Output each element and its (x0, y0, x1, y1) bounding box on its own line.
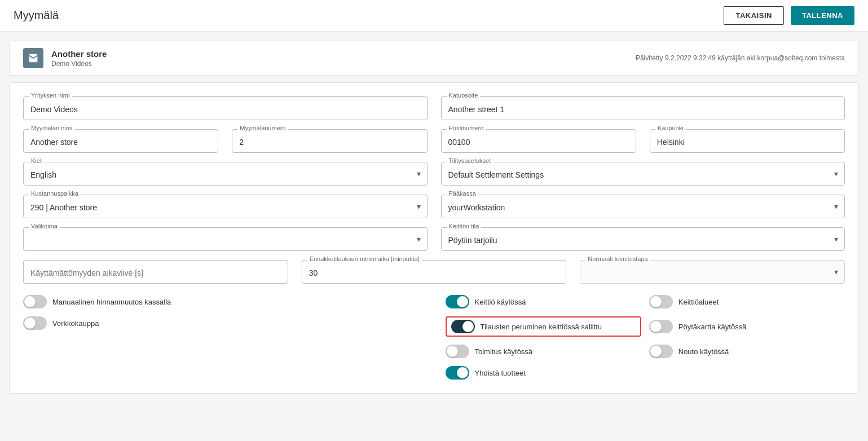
combine-products-toggle[interactable] (446, 366, 469, 380)
kitchen-areas-toggle-item: Keittiöalueet (649, 295, 845, 308)
store-icon (23, 48, 43, 68)
language-field: Kieli English Finnish (23, 162, 428, 186)
settlement-field: Tilitysasetukset Default Settlement Sett… (441, 162, 845, 186)
header-buttons: TAKAISIN TALLENNA (724, 6, 854, 25)
city-field: Kaupunki (650, 129, 845, 153)
kitchen-state-select[interactable]: Pöytiin tarjoilu (441, 227, 845, 251)
store-info: Another store Demo Videos (23, 48, 107, 68)
left-toggles: Manuaalinen hinnanmuutos kassalla Verkko… (23, 295, 423, 380)
kitchen-active-label: Keittiö käytössä (475, 298, 526, 306)
header: Myymälä TAKAISIN TALLENNA (0, 0, 868, 32)
language-select[interactable]: English Finnish (23, 162, 428, 186)
store-name-field: Myymälän nimi (23, 129, 218, 153)
online-shop-toggle-item: Verkkokauppa (23, 316, 423, 330)
delivery-field: Normaali toimitustapa (580, 260, 845, 284)
kitchen-active-toggle[interactable] (446, 295, 469, 308)
save-button[interactable]: TALLENNA (791, 6, 854, 25)
form-row-2: Myymälän nimi Myymälänumero Postinumero … (23, 129, 845, 153)
street-field: Katuosoite (441, 96, 845, 120)
delivery-active-toggle-item: Toimitus käytössä (446, 345, 641, 358)
preorder-field: Ennakkotilauksen minimiaika [minuuttia] (302, 260, 567, 284)
main-register-select[interactable]: yourWorkstation (441, 195, 845, 218)
cost-center-field: Kustannuspaikka 290 | Another store (23, 195, 428, 218)
kitchen-state-field: Keittiön tila Pöytiin tarjoilu (441, 227, 845, 251)
postal-field: Postinumero (441, 129, 636, 153)
store-bar: Another store Demo Videos Päivitetty 9.2… (9, 41, 859, 76)
store-sub: Demo Videos (51, 60, 107, 68)
company-name-input[interactable] (23, 96, 428, 120)
table-map-label: Pöytäkartta käytössä (678, 323, 747, 331)
form-row-4: Kustannuspaikka 290 | Another store Pääk… (23, 195, 845, 218)
kitchen-areas-label: Keittiöalueet (678, 298, 719, 306)
form-row-6: Ennakkotilauksen minimiaika [minuuttia] … (23, 260, 845, 284)
postal-input[interactable] (441, 129, 636, 153)
store-number-field: Myymälänumero (232, 129, 427, 153)
table-map-toggle-item: Pöytäkartta käytössä (649, 316, 845, 337)
settlement-select[interactable]: Default Settlement Settings (441, 162, 845, 186)
right-toggles-row4: Yhdistä tuotteet (446, 366, 845, 380)
store-updated: Päivitetty 9.2.2022 9:32:49 käyttäjän ak… (636, 54, 845, 62)
preorder-input[interactable] (302, 260, 567, 284)
street-input[interactable] (441, 96, 845, 120)
delivery-select[interactable] (580, 260, 845, 284)
cancel-orders-toggle-item: Tilausten peruminen keittiössä sallittu (446, 316, 641, 337)
pickup-toggle[interactable] (649, 345, 673, 358)
store-name-input[interactable] (23, 129, 218, 153)
manual-price-toggle[interactable] (23, 295, 47, 308)
store-name: Another store (51, 49, 107, 59)
toggles-grid: Manuaalinen hinnanmuutos kassalla Verkko… (23, 295, 845, 380)
main-register-field: Pääkassa yourWorkstation (441, 195, 845, 218)
online-shop-toggle[interactable] (23, 316, 47, 330)
cancel-orders-toggle[interactable] (451, 320, 475, 333)
online-shop-label: Verkkokauppa (52, 319, 99, 328)
right-toggles: Keittiö käytössä Keittiöalueet (446, 295, 845, 380)
form-area: Yrityksen nimi Katuosoite Myymälän nimi … (9, 82, 859, 394)
pickup-label: Nouto käytössä (678, 347, 729, 356)
cancel-orders-label: Tilausten peruminen keittiössä sallittu (481, 323, 602, 331)
table-map-toggle[interactable] (649, 320, 673, 333)
assortment-field: Valikoima (23, 227, 428, 251)
combine-products-label: Yhdistä tuotteet (475, 369, 526, 377)
company-name-field: Yrityksen nimi (23, 96, 428, 120)
delivery-active-toggle[interactable] (446, 345, 469, 358)
form-row-1: Yrityksen nimi Katuosoite (23, 96, 845, 120)
kitchen-active-toggle-item: Keittiö käytössä (446, 295, 641, 308)
pickup-toggle-item: Nouto käytössä (649, 345, 845, 358)
toggles-section: Manuaalinen hinnanmuutos kassalla Verkko… (23, 295, 845, 380)
delivery-active-label: Toimitus käytössä (475, 347, 533, 356)
combine-products-toggle-item: Yhdistä tuotteet (446, 366, 641, 380)
right-toggles-row1: Keittiö käytössä Keittiöalueet (446, 295, 845, 308)
right-toggles-row3: Toimitus käytössä Nouto käytössä (446, 345, 845, 358)
manual-price-toggle-item: Manuaalinen hinnanmuutos kassalla (23, 295, 423, 308)
store-number-input[interactable] (232, 129, 427, 153)
store-details: Another store Demo Videos (51, 49, 107, 68)
form-row-3: Kieli English Finnish Tilitysasetukset D… (23, 162, 845, 186)
manual-price-label: Manuaalinen hinnanmuutos kassalla (52, 298, 171, 306)
assortment-select[interactable] (23, 227, 428, 251)
kitchen-areas-toggle[interactable] (649, 295, 673, 308)
back-button[interactable]: TAKAISIN (724, 6, 783, 25)
city-input[interactable] (650, 129, 845, 153)
form-row-5: Valikoima Keittiön tila Pöytiin tarjoilu (23, 227, 845, 251)
cost-center-select[interactable]: 290 | Another store (23, 195, 428, 218)
page-title: Myymälä (14, 9, 59, 22)
idle-input[interactable] (23, 260, 288, 284)
right-toggles-row2: Tilausten peruminen keittiössä sallittu … (446, 316, 845, 337)
idle-field (23, 260, 288, 284)
